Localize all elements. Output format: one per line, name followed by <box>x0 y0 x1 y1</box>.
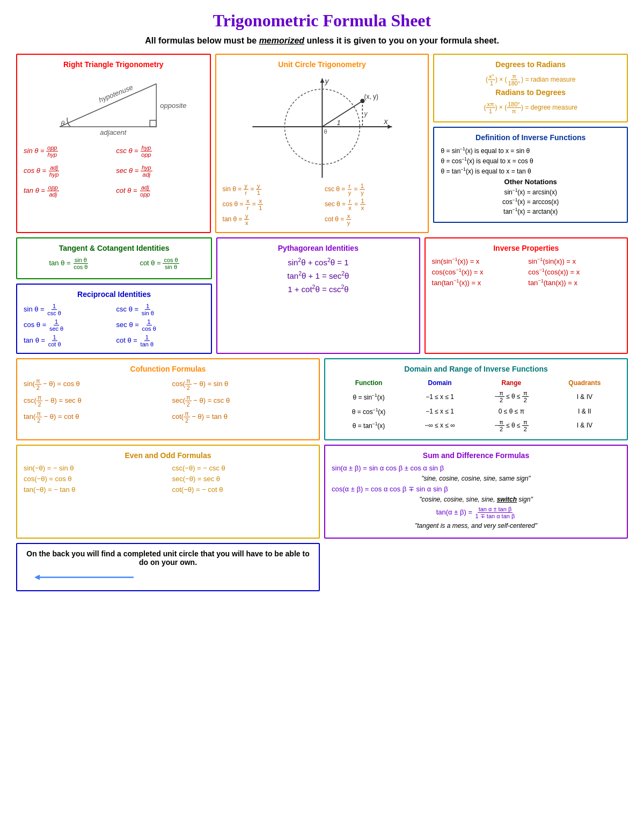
svg-line-15 <box>322 101 362 127</box>
arrow-container <box>24 572 312 585</box>
col-range: Range <box>474 378 549 388</box>
svg-text:adjacent: adjacent <box>100 128 127 136</box>
even-odd-box: Even and Odd Formulas sin(−θ) = − sin θ … <box>16 445 320 539</box>
inverse-def-content: θ = sin−1(x) is equal to x = sin θ θ = c… <box>441 146 620 175</box>
domain-range-table: Function Domain Range Quadrants θ = sin−… <box>332 378 620 433</box>
page-title: Trigonometric Formula Sheet <box>16 11 628 31</box>
col-quadrants: Quadrants <box>549 378 620 388</box>
tan-formula: tan θ = oppadj <box>24 184 111 198</box>
pythagorean-title: Pythagorean Identities <box>224 244 412 252</box>
reciprocal-title: Reciprocal Identities <box>24 290 204 299</box>
right-triangle-box: Right Triangle Trigonometry hypotenuse o… <box>16 54 211 233</box>
inverse-properties-box: Inverse Properties sin(sin−1(x)) = x sin… <box>425 237 628 354</box>
unit-circle-box: Unit Circle Trigonometry x y (x, y) 1 y … <box>215 54 429 233</box>
sec-formula: sec θ = hypadj <box>116 164 203 178</box>
cofunction-box: Cofunction Formulas sin(π2 − θ) = cos θ … <box>16 358 320 440</box>
degrees-radians-box: Degrees to Radians (x°1) × (π180°) = rad… <box>433 54 628 122</box>
col-domain: Domain <box>406 378 474 388</box>
svg-text:(x, y): (x, y) <box>364 93 378 100</box>
even-odd-formulas: sin(−θ) = − sin θ csc(−θ) = − csc θ cos(… <box>24 464 312 494</box>
triangle-diagram: hypotenuse opposite adjacent θ <box>24 73 203 137</box>
even-odd-title: Even and Odd Formulas <box>24 451 312 460</box>
pythagorean-formulas: sin2θ + cos2θ = 1 tan2θ + 1 = sec2θ 1 + … <box>224 257 412 294</box>
sum-diff-title: Sum and Difference Formulas <box>332 451 620 460</box>
inverse-props-title: Inverse Properties <box>432 244 620 252</box>
unit-circle-diagram: x y (x, y) 1 y θ <box>223 73 422 180</box>
svg-marker-11 <box>320 78 324 83</box>
uc-sin: sin θ = yr = y1 <box>223 183 319 196</box>
reciprocal-formulas: sin θ = 1csc θ csc θ = 1sin θ cos θ = 1s… <box>24 303 204 348</box>
uc-csc: csc θ = ry = 1y <box>325 183 421 196</box>
other-notations-content: sin−1(x) = arcsin(x) cos−1(x) = arccos(x… <box>441 187 620 215</box>
deg-rad-formula: (x°1) × (π180°) = radian measure <box>441 73 620 86</box>
tangent-cotangent-box: Tangent & Cotangent Identities tan θ = s… <box>16 237 212 279</box>
pythagorean-box: Pythagorean Identities sin2θ + cos2θ = 1… <box>216 237 420 354</box>
table-row: θ = tan−1(x) −∞ ≤ x ≤ ∞ −π2 ≤ θ ≤ π2 I &… <box>332 417 620 434</box>
cofunction-title: Cofunction Formulas <box>24 365 312 373</box>
domain-range-title: Domain and Range of Inverse Functions <box>332 365 620 373</box>
svg-text:θ: θ <box>324 128 327 135</box>
uc-cos: cos θ = xr = x1 <box>223 198 319 211</box>
uc-tan: tan θ = yx <box>223 213 319 226</box>
svg-text:1: 1 <box>336 119 340 127</box>
tan-cot-formulas: tan θ = sin θcos θ cot θ = cos θsin θ <box>24 257 204 270</box>
uc-cot: cot θ = xy <box>325 213 421 226</box>
cofunction-formulas: sin(π2 − θ) = cos θ cos(π2 − θ) = sin θ … <box>24 378 312 424</box>
reciprocal-box: Reciprocal Identities sin θ = 1csc θ csc… <box>16 284 212 354</box>
tan-cot-title: Tangent & Cotangent Identities <box>24 244 204 252</box>
cos-formula: cos θ = adjhyp <box>24 164 111 178</box>
csc-formula: csc θ = hypopp <box>116 144 203 158</box>
sin-formula: sin θ = opphyp <box>24 144 111 158</box>
sum-diff-box: Sum and Difference Formulas sin(α ± β) =… <box>324 445 628 539</box>
degrees-title: Degrees to Radians <box>441 60 620 69</box>
inverse-def-box: Definition of Inverse Functions θ = sin−… <box>433 127 628 223</box>
other-notations-title: Other Notations <box>441 178 620 186</box>
inverse-def-title: Definition of Inverse Functions <box>441 133 620 142</box>
uc-sec: sec θ = rx = 1x <box>325 198 421 211</box>
cot-formula: cot θ = adjopp <box>116 184 203 198</box>
unit-circle-title: Unit Circle Trigonometry <box>223 60 422 69</box>
radians-title: Radians to Degrees <box>441 88 620 97</box>
svg-text:y: y <box>363 110 368 118</box>
rad-deg-formula: (xπ1) × (180°π) = degree measure <box>441 101 620 114</box>
svg-rect-3 <box>150 120 156 127</box>
svg-text:x: x <box>383 117 388 126</box>
sum-diff-content: sin(α ± β) = sin α cos β ± cos α sin β "… <box>332 464 620 530</box>
svg-marker-23 <box>34 575 40 580</box>
svg-text:opposite: opposite <box>160 101 186 110</box>
right-triangle-title: Right Triangle Trigonometry <box>24 60 203 69</box>
arrow-diagram <box>29 572 136 583</box>
svg-line-2 <box>60 84 156 127</box>
table-row: θ = cos−1(x) −1 ≤ x ≤ 1 0 ≤ θ ≤ π I & II <box>332 405 620 417</box>
inverse-props-formulas: sin(sin−1(x)) = x sin−1(sin(x)) = x cos(… <box>432 257 620 287</box>
svg-text:θ: θ <box>61 119 64 127</box>
svg-marker-10 <box>387 125 392 129</box>
svg-text:hypotenuse: hypotenuse <box>98 83 134 104</box>
svg-text:y: y <box>324 77 329 85</box>
table-row: θ = sin−1(x) −1 ≤ x ≤ 1 −π2 ≤ θ ≤ π2 I &… <box>332 388 620 405</box>
col-function: Function <box>332 378 406 388</box>
subtitle: All formulas below must be memorized unl… <box>16 36 628 46</box>
back-note-box: On the back you will find a completed un… <box>16 543 320 591</box>
back-note-text: On the back you will find a completed un… <box>24 549 312 567</box>
domain-range-box: Domain and Range of Inverse Functions Fu… <box>324 358 628 440</box>
